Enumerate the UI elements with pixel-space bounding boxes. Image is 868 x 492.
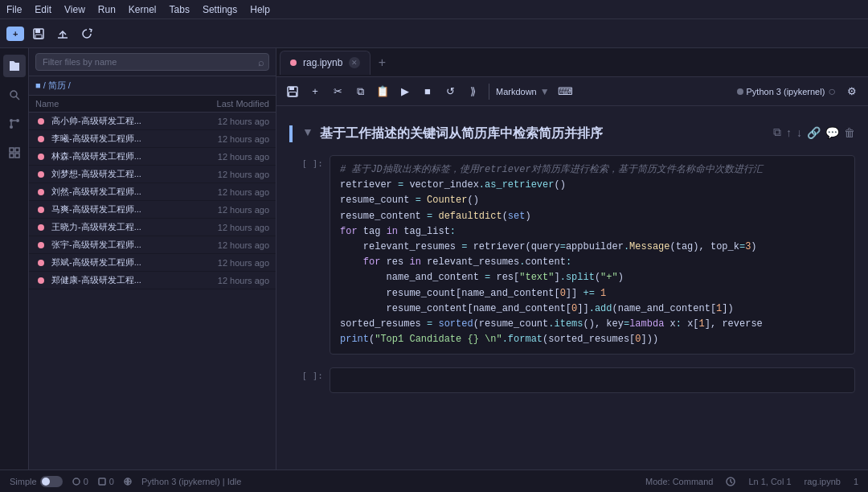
code-line: for tag in tag_list:: [340, 224, 845, 240]
list-item[interactable]: 马爽-高级研发工程师... 12 hours ago: [29, 201, 276, 219]
svg-rect-1: [35, 29, 40, 33]
kernel-status-text: Python 3 (ipykernel) | Idle: [141, 477, 242, 486]
file-time: 12 hours ago: [197, 134, 269, 144]
notebook-toolbar: + ✂ ⧉ 📋 ▶ ■ ↺ ⟫ Markdown ▼ ⌨ Python 3 (i…: [276, 77, 868, 106]
svg-line-25: [731, 482, 732, 483]
file-name: 刘梦想-高级研发工程...: [51, 168, 197, 180]
list-item[interactable]: 王晓力-高级研发工程... 12 hours ago: [29, 219, 276, 236]
file-icon: [35, 116, 47, 127]
cell-action-up[interactable]: ↑: [786, 126, 792, 139]
nb-copy-btn[interactable]: ⧉: [350, 82, 370, 101]
cell-collapse-icon[interactable]: ▼: [302, 125, 313, 138]
toolbar: +: [0, 19, 868, 48]
svg-line-6: [16, 96, 19, 100]
column-name[interactable]: Name: [35, 99, 189, 109]
nb-save-btn[interactable]: [283, 82, 302, 101]
status-badge-1: 0: [98, 477, 114, 486]
menu-kernel[interactable]: Kernel: [129, 4, 157, 15]
icon-sidebar: [0, 48, 29, 469]
file-time: 12 hours ago: [197, 152, 269, 162]
new-button[interactable]: +: [6, 27, 24, 41]
menu-bar: File Edit View Run Kernel Tabs Settings …: [0, 0, 868, 19]
save-icon[interactable]: [29, 24, 48, 43]
file-icon: [35, 257, 47, 269]
sidebar-item-search[interactable]: [3, 84, 26, 106]
file-icon: [35, 240, 47, 251]
refresh-icon[interactable]: [77, 24, 96, 43]
menu-file[interactable]: File: [6, 4, 22, 15]
search-wrapper: [35, 53, 269, 71]
file-name: 张宇-高级研发工程师...: [51, 239, 197, 251]
upload-icon[interactable]: [53, 24, 72, 43]
nb-restart-btn[interactable]: ↺: [440, 82, 460, 101]
menu-settings[interactable]: Settings: [203, 4, 237, 15]
menu-tabs[interactable]: Tabs: [170, 4, 190, 15]
nb-keyboard-btn[interactable]: ⌨: [556, 82, 575, 101]
tab-add-button[interactable]: +: [372, 53, 391, 72]
tab-close-button[interactable]: ✕: [349, 57, 360, 68]
svg-rect-18: [289, 92, 297, 96]
mode-icon: [726, 477, 735, 486]
menu-view[interactable]: View: [64, 4, 85, 15]
menu-run[interactable]: Run: [98, 4, 116, 15]
file-name: 王晓力-高级研发工程...: [51, 221, 197, 233]
toggle-track[interactable]: [40, 476, 63, 487]
status-badge-0: 0: [72, 477, 88, 486]
nb-settings-btn[interactable]: ⚙: [842, 82, 862, 101]
list-item[interactable]: 高小帅-高级研发工程... 12 hours ago: [29, 113, 276, 130]
list-item[interactable]: 郑斌-高级研发工程师... 12 hours ago: [29, 254, 276, 272]
cell-action-link[interactable]: 🔗: [807, 126, 821, 139]
folder-breadcrumb[interactable]: ■ / 简历 /: [29, 76, 276, 96]
kernel-select[interactable]: Python 3 (ipykernel) ○: [737, 84, 837, 99]
cell-body-1[interactable]: # 基于JD抽取出来的标签，使用retriever对简历库进行检索，基于简历文件…: [330, 155, 855, 355]
code-line: resume_count = Counter(): [340, 193, 845, 208]
code-line: resume_content[name_and_content[0]].add(…: [340, 301, 845, 317]
file-icon: [35, 275, 47, 286]
notebook-tabs: rag.ipynb ✕ +: [276, 48, 868, 77]
file-time: 12 hours ago: [197, 187, 269, 197]
sidebar-item-extensions[interactable]: [3, 141, 26, 164]
tab-dot: [290, 59, 297, 66]
notebook-tab-rag[interactable]: rag.ipynb ✕: [280, 51, 371, 75]
code-line: print("Top1 Candidate {} \n".format(sort…: [340, 332, 845, 347]
nb-run-btn[interactable]: ▶: [395, 82, 415, 101]
file-number: 1: [854, 477, 858, 486]
nb-interrupt-btn[interactable]: ■: [418, 82, 437, 101]
menu-help[interactable]: Help: [250, 4, 270, 15]
file-time: 12 hours ago: [197, 258, 269, 268]
nb-restart-run-btn[interactable]: ⟫: [463, 82, 482, 101]
status-badge-globe[interactable]: [124, 478, 132, 486]
list-item[interactable]: 张宇-高级研发工程师... 12 hours ago: [29, 236, 276, 254]
nb-paste-btn[interactable]: 📋: [373, 82, 392, 101]
menu-edit[interactable]: Edit: [35, 4, 51, 15]
nb-cut-btn[interactable]: ✂: [328, 82, 347, 101]
list-item[interactable]: 林森-高级研发工程师... 12 hours ago: [29, 148, 276, 166]
svg-rect-20: [99, 478, 105, 485]
cell-type-dropdown[interactable]: Markdown ▼: [496, 86, 550, 97]
file-name: 林森-高级研发工程师...: [51, 150, 197, 162]
cell-action-delete[interactable]: 🗑: [844, 126, 855, 139]
cell-action-comment[interactable]: 💬: [825, 126, 839, 139]
list-item[interactable]: 刘然-高级研发工程师... 12 hours ago: [29, 183, 276, 201]
code-line: name_and_content = res["text"].split("+"…: [340, 270, 845, 285]
list-item[interactable]: 李曦-高级研发工程师... 12 hours ago: [29, 130, 276, 148]
list-item[interactable]: 郑健康-高级研发工程... 12 hours ago: [29, 272, 276, 289]
sidebar-item-git[interactable]: [3, 113, 26, 135]
svg-rect-14: [10, 154, 14, 158]
file-time: 12 hours ago: [197, 276, 269, 285]
svg-point-19: [73, 478, 80, 485]
search-input[interactable]: [35, 53, 269, 71]
nb-add-btn[interactable]: +: [305, 82, 325, 101]
cell-action-copy[interactable]: ⧉: [773, 125, 781, 139]
column-modified[interactable]: Last Modified: [189, 99, 269, 109]
simple-mode-toggle[interactable]: Simple: [10, 476, 63, 487]
cursor-info: Ln 1, Col 1: [748, 477, 791, 486]
list-item[interactable]: 刘梦想-高级研发工程... 12 hours ago: [29, 166, 276, 183]
cell-action-down[interactable]: ↓: [796, 126, 802, 139]
toolbar-divider: [489, 84, 489, 100]
notebook-content[interactable]: ▼ 基于工作描述的关键词从简历库中检索简历并排序 ⧉ ↑ ↓ 🔗 💬 🗑 [ ]…: [276, 106, 868, 469]
cell-body-2[interactable]: [330, 367, 855, 393]
sidebar-item-files[interactable]: [3, 55, 26, 77]
file-list: 高小帅-高级研发工程... 12 hours ago 李曦-高级研发工程师...…: [29, 113, 276, 469]
kernel-name: Python 3 (ipykernel): [747, 87, 825, 96]
